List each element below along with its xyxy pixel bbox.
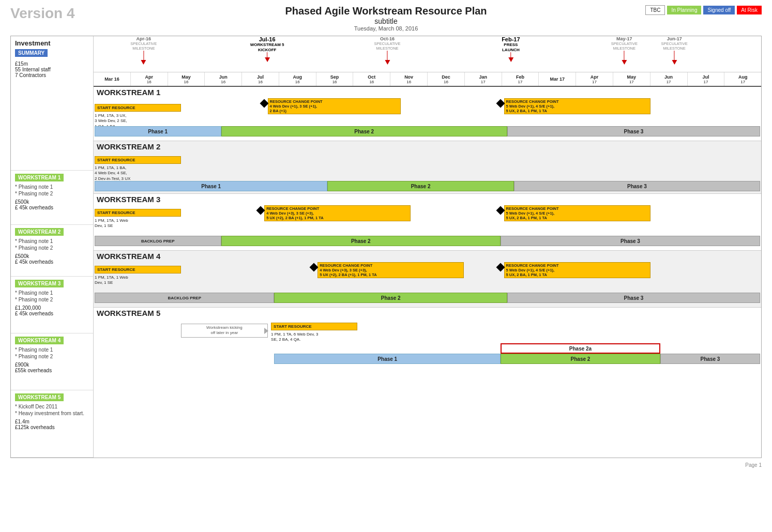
ws4-diamond1	[311, 264, 317, 270]
footer: Page 1	[10, 462, 762, 468]
ws3-start-resource: START RESOURCE	[95, 209, 181, 217]
legend-signed-off: Signed off	[703, 6, 735, 14]
ws5-phase2: Phase 2	[501, 354, 660, 364]
legend-tbc: TBC	[645, 5, 665, 15]
sidebar: Investment SUMMARY £15m55 Internal staff…	[11, 36, 94, 458]
ws2-notes: * Phasing note 1* Phasing note 2	[15, 238, 89, 251]
ws1-phase3: Phase 3	[507, 126, 760, 136]
ws3-title: WORKSTREAM 3	[94, 194, 761, 205]
summary-cost: £15m55 Internal staff7 Contractors	[15, 61, 89, 78]
gantt-area: Apr-16 SPECULATIVEMILESTONE Jul-16 WORKS…	[94, 36, 761, 458]
ws1-diamond2	[497, 100, 504, 107]
ws1-notes: * Phasing note 1* Phasing note 2	[15, 184, 89, 197]
ws1-phase2: Phase 2	[221, 126, 507, 136]
month-dec16: Dec16	[428, 72, 465, 86]
ws3-resource-text: 1 PM, 1TA, 1 WebDev, 1 SE	[95, 218, 128, 229]
legend: TBC In Planning Signed off At Risk	[645, 5, 762, 15]
month-nov16: Nov16	[390, 72, 428, 86]
ws3-phase2: Phase 2	[221, 236, 501, 246]
ws2-label: WORKSTREAM 2	[15, 228, 64, 236]
ws5-row: WORKSTREAM 5 Workstream kickingoff later…	[94, 308, 761, 375]
page-number: Page 1	[745, 462, 762, 468]
ws3-gantt: START RESOURCE 1 PM, 1TA, 1 WebDev, 1 SE…	[95, 205, 760, 250]
ws4-gantt: START RESOURCE 1 PM, 1TA, 1 WebDev, 1 SE…	[95, 262, 760, 307]
page: Version 4 Phased Agile Workstream Resour…	[0, 0, 772, 532]
ws4-notes: * Phasing note 1* Phasing note 2	[15, 346, 89, 360]
month-jul16: Jul16	[242, 72, 279, 86]
ws5-phase3: Phase 3	[660, 354, 760, 364]
month-mar17: Mar 17	[539, 72, 576, 86]
month-apr17: Apr17	[576, 72, 613, 86]
ws3-diamond2	[497, 207, 504, 214]
ws1-rcp1: RESOURCE CHANGE POINT4 Web Dev (+1), 3 S…	[268, 98, 401, 114]
ws4-phase3: Phase 3	[507, 293, 760, 303]
ws4-diamond2	[497, 264, 504, 270]
version-label: Version 4	[10, 5, 75, 22]
sidebar-ws5: WORKSTREAM 5 * Kickoff Dec 2011* Heavy i…	[11, 390, 93, 458]
ws4-rcp2: RESOURCE CHANGE POINT5 Web Dev (+1), 4 S…	[504, 262, 650, 278]
ws5-phase2a: Phase 2a	[501, 343, 660, 354]
ws1-phase1: Phase 1	[95, 126, 221, 136]
month-may17: May17	[613, 72, 650, 86]
investment-section: Investment SUMMARY £15m55 Internal staff…	[11, 36, 93, 171]
month-jul17: Jul17	[688, 72, 725, 86]
header: Version 4 Phased Agile Workstream Resour…	[10, 5, 762, 32]
month-may16: May16	[168, 72, 205, 86]
milestone-may17: May-17 SPECULATIVEMILESTONE	[611, 36, 638, 65]
investment-title: Investment	[15, 39, 89, 47]
timeline-milestones: Apr-16 SPECULATIVEMILESTONE Jul-16 WORKS…	[94, 36, 761, 72]
ws4-resource-text: 1 PM, 1TA, 1 WebDev, 1 SE	[95, 275, 128, 286]
ws5-label: WORKSTREAM 5	[15, 393, 64, 401]
ws4-label: WORKSTREAM 4	[15, 337, 64, 344]
month-aug16: Aug16	[279, 72, 316, 86]
ws1-row: WORKSTREAM 1 START RESOURCE 1 PM, 1TA, 3…	[94, 87, 761, 141]
ws4-row: WORKSTREAM 4 START RESOURCE 1 PM, 1TA, 1…	[94, 251, 761, 308]
ws1-rcp2: RESOURCE CHANGE POINT5 Web Dev (+1), 4 S…	[504, 98, 650, 114]
month-mar16: Mar 16	[94, 72, 131, 86]
month-feb17: Feb17	[502, 72, 539, 86]
ws3-label: WORKSTREAM 3	[15, 280, 64, 287]
milestone-oct16: Oct-16 SPECULATIVEMILESTONE	[374, 36, 400, 65]
summary-label: SUMMARY	[15, 49, 48, 57]
ws2-phase3: Phase 3	[514, 181, 760, 191]
sidebar-ws4: WORKSTREAM 4 * Phasing note 1* Phasing n…	[11, 333, 93, 390]
ws3-rcp1: RESOURCE CHANGE POINT4 Web Dev (+3), 3 S…	[264, 205, 411, 221]
milestone-jul16: Jul-16 WORKSTREAM 5KICKOFF	[250, 36, 284, 62]
ws2-resource-text: 1 PM, 1TA, 1 BA,4 Web Dev, 4 SE,2 Dev-in…	[95, 165, 130, 181]
ws2-title: WORKSTREAM 2	[94, 141, 761, 152]
ws4-rcp1: RESOURCE CHANGE POINT4 Web Dev (+3), 3 S…	[317, 262, 464, 278]
ws5-start-resource: START RESOURCE	[271, 323, 357, 330]
month-jan17: Jan17	[465, 72, 502, 86]
ws1-title: WORKSTREAM 1	[94, 87, 761, 98]
month-apr16: Apr16	[131, 72, 168, 86]
ws3-backlog: BACKLOG PREP	[95, 236, 221, 246]
ws2-phase2: Phase 2	[327, 181, 513, 191]
ws3-phase3: Phase 3	[501, 236, 760, 246]
ws2-row: WORKSTREAM 2 START RESOURCE 1 PM, 1TA, 1…	[94, 141, 761, 194]
sidebar-ws3: WORKSTREAM 3 * Phasing note 1* Phasing n…	[11, 277, 93, 333]
ws5-cost: £1.4m£125k overheads	[15, 419, 89, 430]
ws5-resource-text: 1 PM, 1 TA, 6 Web Dev, 3SE, 2 BA, 4 QA.	[271, 332, 318, 343]
subtitle: subtitle	[10, 17, 762, 25]
milestone-apr16: Apr-16 SPECULATIVEMILESTONE	[130, 36, 157, 65]
sidebar-ws1: WORKSTREAM 1 * Phasing note 1* Phasing n…	[11, 171, 93, 225]
ws4-start-resource: START RESOURCE	[95, 266, 181, 273]
ws3-rcp2: RESOURCE CHANGE POINT5 Web Dev (+1), 4 S…	[504, 205, 650, 221]
ws1-cost: £500k£ 45k overheads	[15, 199, 89, 210]
ws2-gantt: START RESOURCE 1 PM, 1TA, 1 BA,4 Web Dev…	[95, 152, 760, 193]
sidebar-ws2: WORKSTREAM 2 * Phasing note 1* Phasing n…	[11, 225, 93, 277]
legend-at-risk: At Risk	[737, 6, 762, 14]
legend-in-planning: In Planning	[667, 6, 701, 14]
month-jun17: Jun17	[650, 72, 688, 86]
ws2-cost: £500k£ 45k overheads	[15, 253, 89, 265]
ws3-row: WORKSTREAM 3 START RESOURCE 1 PM, 1TA, 1…	[94, 194, 761, 251]
month-sep16: Sep16	[316, 72, 354, 86]
ws1-start-resource: START RESOURCE	[95, 104, 181, 112]
ws1-label: WORKSTREAM 1	[15, 174, 64, 181]
milestone-jun17: Jun-17 SPECULATIVEMILESTONE	[661, 36, 688, 65]
ws1-diamond1	[261, 100, 267, 107]
ws4-title: WORKSTREAM 4	[94, 251, 761, 262]
ws3-notes: * Phasing note 1* Phasing note 2	[15, 290, 89, 303]
ws1-gantt: START RESOURCE 1 PM, 1TA, 3 UX,3 Web Dev…	[95, 98, 760, 139]
ws5-title: WORKSTREAM 5	[94, 308, 761, 318]
